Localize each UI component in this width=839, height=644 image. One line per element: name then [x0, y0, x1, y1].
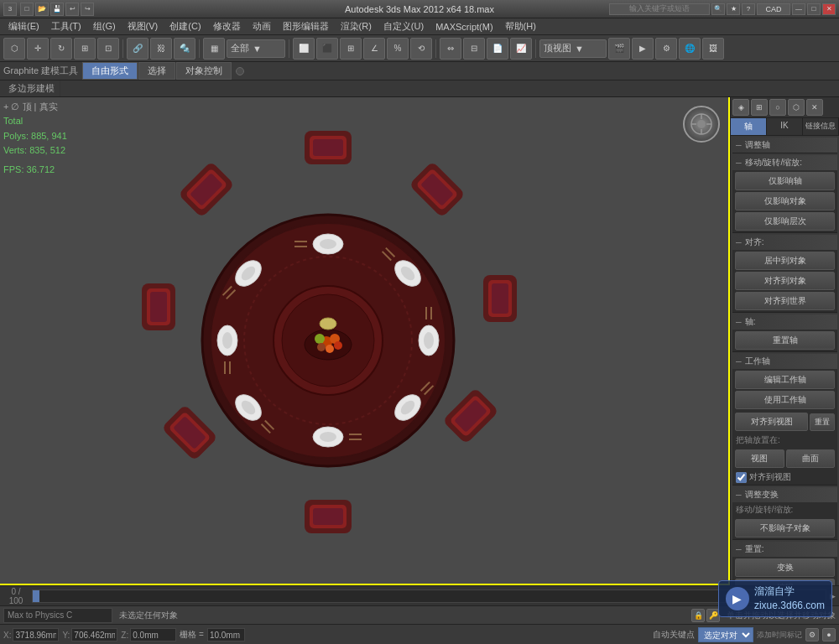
align-view-checkbox[interactable] — [736, 472, 747, 483]
percent-snap-btn[interactable]: % — [387, 38, 409, 60]
rp-icon1[interactable]: ◈ — [732, 99, 749, 116]
section-header-reset[interactable]: 重置: — [732, 542, 837, 557]
menu-create[interactable]: 创建(C) — [164, 19, 206, 34]
tab-freeform[interactable]: 自由形式 — [82, 62, 138, 80]
menu-edit[interactable]: 编辑(E) — [3, 19, 44, 34]
rp-tab-link[interactable]: 链接信息 — [803, 118, 839, 135]
render-btn[interactable]: 🎬 — [608, 38, 630, 60]
use-work-axis-btn[interactable]: 使用工作轴 — [735, 391, 835, 409]
move-btn[interactable]: ✛ — [27, 38, 49, 60]
affect-hierarchy-btn[interactable]: 仅影响层次 — [735, 212, 835, 231]
rp-icon5[interactable]: ✕ — [806, 99, 823, 116]
edit-work-axis-btn[interactable]: 编辑工作轴 — [735, 371, 835, 389]
favorites-btn[interactable]: ★ — [727, 3, 740, 15]
menu-animation[interactable]: 动画 — [248, 19, 276, 34]
reset-transform-btn[interactable]: 变换 — [735, 558, 835, 577]
bind-btn[interactable]: 🔩 — [174, 38, 195, 60]
menu-help[interactable]: 帮助(H) — [500, 19, 541, 34]
undo-icon[interactable]: ↩ — [65, 3, 79, 16]
section-header-axis[interactable]: 轴: — [732, 314, 837, 330]
maximize-btn[interactable]: □ — [807, 3, 821, 15]
rotate-btn[interactable]: ↻ — [50, 38, 72, 60]
quick-render-btn[interactable]: ▶ — [632, 38, 654, 60]
rp-icon3[interactable]: ○ — [769, 99, 786, 116]
search-input[interactable]: 输入关键字或短语 — [609, 3, 710, 15]
view-axis-btn[interactable]: 视图 — [735, 449, 784, 468]
affect-object-btn[interactable]: 仅影响对象 — [735, 192, 835, 210]
select-all-dropdown[interactable]: 全部 ▼ — [227, 39, 285, 58]
minimize-btn[interactable]: — — [792, 3, 805, 15]
menu-render[interactable]: 渲染(R) — [336, 19, 377, 34]
scale-btn[interactable]: ⊞ — [74, 38, 96, 60]
render-settings-btn[interactable]: ⚙ — [655, 38, 677, 60]
center-to-obj-btn[interactable]: 居中到对象 — [735, 252, 835, 270]
spinner-btn[interactable]: ⟲ — [410, 38, 432, 60]
open-icon[interactable]: 📂 — [35, 3, 49, 16]
close-btn[interactable]: ✕ — [822, 3, 836, 15]
section-header-align[interactable]: 对齐: — [732, 235, 837, 250]
menu-graph-editor[interactable]: 图形编辑器 — [278, 19, 334, 34]
watermark-title: 溜溜自学 — [754, 584, 825, 599]
rp-icon4[interactable]: ⬡ — [788, 99, 805, 116]
help-btn[interactable]: ? — [742, 3, 755, 15]
render-frame-btn[interactable]: 🖼 — [702, 38, 724, 60]
snap3d-btn[interactable]: ⊞ — [340, 38, 362, 60]
reset-btn[interactable]: 重置 — [810, 413, 835, 431]
unlink-btn[interactable]: ⛓ — [150, 38, 172, 60]
link-btn[interactable]: 🔗 — [127, 38, 149, 60]
rp-icon2[interactable]: ⊞ — [751, 99, 768, 116]
timeline-thumb[interactable] — [33, 590, 39, 602]
grid-input[interactable] — [207, 628, 245, 641]
svg-rect-26 — [150, 292, 167, 322]
reset-axis-btn[interactable]: 重置轴 — [735, 331, 835, 350]
record-icon[interactable]: ● — [822, 628, 836, 641]
search-btn[interactable]: 🔍 — [711, 3, 725, 15]
menu-view[interactable]: 视图(V) — [122, 19, 164, 34]
crossing-btn[interactable]: ⬛ — [316, 38, 338, 60]
y-input[interactable] — [71, 628, 117, 641]
menu-customize[interactable]: 自定义(U) — [378, 19, 429, 34]
filter-icon[interactable]: ⚙ — [805, 628, 819, 641]
affect-axis-btn[interactable]: 仅影响轴 — [735, 172, 835, 190]
transform-btn[interactable]: ⊡ — [97, 38, 119, 60]
surface-axis-btn[interactable]: 曲面 — [786, 449, 836, 468]
select-btn[interactable]: ⬡ — [3, 38, 25, 60]
tab-obj-control[interactable]: 对象控制 — [176, 62, 232, 80]
select-filter-btn[interactable]: ▦ — [203, 38, 225, 60]
z-input[interactable] — [130, 628, 176, 641]
align-to-world-btn[interactable]: 对齐到世界 — [735, 292, 835, 310]
redo-icon[interactable]: ↪ — [81, 3, 94, 16]
rp-tab-ik[interactable]: IK — [767, 118, 803, 135]
env-effects-btn[interactable]: 🌐 — [679, 38, 701, 60]
mirror-btn[interactable]: ⇔ — [440, 38, 461, 60]
layer-btn[interactable]: 📄 — [487, 38, 508, 60]
select-region-btn[interactable]: ⬜ — [293, 38, 315, 60]
align-btn[interactable]: ⊟ — [463, 38, 485, 60]
tab-select[interactable]: 选择 — [138, 62, 175, 80]
viewport-nav-btn[interactable] — [683, 106, 720, 143]
save-icon[interactable]: 💾 — [50, 3, 64, 16]
menu-modifiers[interactable]: 修改器 — [208, 19, 246, 34]
viewport[interactable]: + ∅ 顶 | 真实 Total Polys: 885, 941 Verts: … — [0, 97, 730, 585]
options-dot[interactable] — [236, 67, 244, 75]
polygon-modeling-tab[interactable]: 多边形建模 — [3, 80, 60, 96]
status-select[interactable]: 选定对对 — [698, 627, 753, 642]
angle-snap-btn[interactable]: ∠ — [363, 38, 385, 60]
align-view-btn[interactable]: 对齐到视图 — [735, 413, 808, 431]
curve-editor-btn[interactable]: 📈 — [510, 38, 532, 60]
lock-icon[interactable]: 🔒 — [691, 609, 705, 622]
no-affect-children-btn[interactable]: 不影响子对象 — [735, 519, 835, 538]
menu-group[interactable]: 组(G) — [88, 19, 121, 34]
section-header-adjust-transform[interactable]: 调整变换 — [732, 487, 837, 502]
section-header-adjust-axis[interactable]: 调整轴 — [732, 138, 837, 153]
menu-tools[interactable]: 工具(T) — [46, 19, 86, 34]
view-selector-dropdown[interactable]: 顶视图 ▼ — [539, 39, 607, 58]
x-input[interactable] — [13, 628, 59, 641]
align-to-obj-btn[interactable]: 对齐到对象 — [735, 272, 835, 290]
timeline-track[interactable] — [32, 589, 826, 603]
section-header-work-axis[interactable]: 工作轴 — [732, 354, 837, 369]
rp-tab-axis[interactable]: 轴 — [731, 118, 767, 135]
menu-maxscript[interactable]: MAXScript(M) — [430, 21, 498, 33]
new-icon[interactable]: □ — [20, 3, 34, 16]
section-header-transform[interactable]: 移动/旋转/缩放: — [732, 155, 837, 170]
